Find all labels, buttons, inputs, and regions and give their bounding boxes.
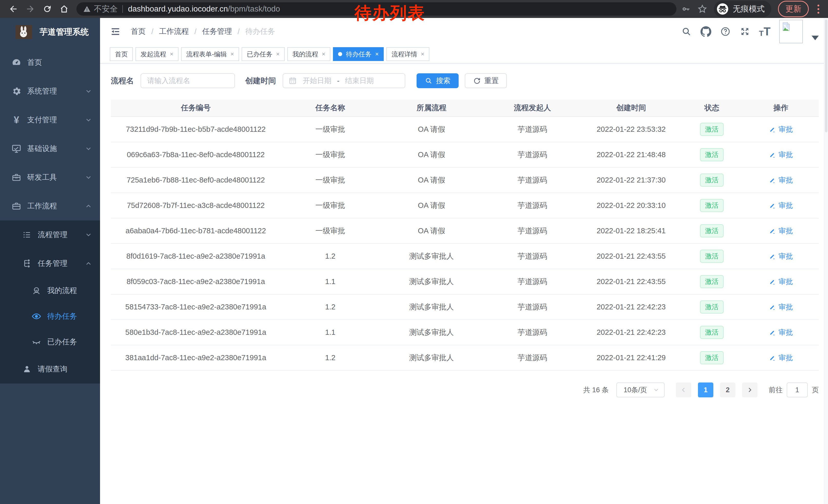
cell-task-name: 1.2 — [281, 345, 380, 370]
approve-button[interactable]: 审批 — [769, 251, 793, 261]
cell-task-name: 一级审批 — [281, 218, 380, 243]
cell-initiator: 芋道源码 — [483, 142, 582, 167]
tab-label: 流程表单-编辑 — [186, 50, 227, 58]
close-icon[interactable]: × — [170, 50, 173, 58]
breadcrumb-separator: / — [238, 28, 240, 36]
approve-button[interactable]: 审批 — [769, 125, 793, 134]
cell-task-name: 一级审批 — [281, 142, 380, 167]
approve-label: 审批 — [779, 251, 793, 261]
tab-process-form-edit[interactable]: 流程表单-编辑× — [181, 47, 239, 61]
cell-process: 测试多审批人 — [380, 269, 483, 294]
next-page-button[interactable] — [742, 382, 757, 397]
search-icon[interactable] — [681, 26, 692, 37]
sidebar-item-devtools[interactable]: 研发工具 — [0, 163, 100, 192]
fullscreen-icon[interactable] — [740, 26, 750, 37]
close-icon[interactable]: × — [276, 50, 280, 58]
approve-button[interactable]: 审批 — [769, 226, 793, 236]
sidebar-item-done-tasks[interactable]: 已办任务 — [0, 329, 100, 355]
reset-button-label: 重置 — [484, 76, 499, 86]
bookmark-star-icon[interactable] — [697, 4, 707, 14]
breadcrumb: 首页 / 工作流程 / 任务管理 / 待办任务 — [131, 27, 275, 37]
sidebar-item-task-management[interactable]: 任务管理 — [0, 249, 100, 278]
cell-initiator: 芋道源码 — [483, 218, 582, 243]
breadcrumb-item-home[interactable]: 首页 — [131, 27, 146, 37]
goto-page-input[interactable]: 1 — [787, 382, 808, 397]
approve-button[interactable]: 审批 — [769, 201, 793, 211]
breadcrumb-item-task-management[interactable]: 任务管理 — [202, 27, 232, 37]
tab-process-detail[interactable]: 流程详情× — [386, 47, 429, 61]
prev-page-button[interactable] — [676, 382, 691, 397]
home-icon[interactable] — [57, 2, 71, 16]
approve-button[interactable]: 审批 — [769, 277, 793, 287]
cell-initiator: 芋道源码 — [483, 269, 582, 294]
tab-todo-tasks[interactable]: 待办任务× — [333, 47, 384, 61]
breadcrumb-separator: / — [195, 28, 197, 36]
approve-button[interactable]: 审批 — [769, 328, 793, 337]
cell-created: 2022-01-22 18:25:41 — [581, 218, 680, 243]
cell-process: OA 请假 — [380, 117, 483, 142]
warning-icon[interactable] — [83, 5, 91, 13]
search-button[interactable]: 搜索 — [417, 73, 459, 88]
browser-menu-icon[interactable] — [816, 4, 821, 15]
goto-label: 前往 — [769, 385, 783, 395]
tab-start-process[interactable]: 发起流程× — [135, 47, 178, 61]
close-icon[interactable]: × — [375, 50, 379, 58]
page-button-2[interactable]: 2 — [720, 382, 735, 397]
sidebar-item-payment[interactable]: ¥ 支付管理 — [0, 106, 100, 134]
end-date-placeholder: 结束日期 — [345, 76, 374, 86]
close-icon[interactable]: × — [421, 50, 424, 58]
approve-button[interactable]: 审批 — [769, 353, 793, 363]
close-icon[interactable]: × — [322, 50, 325, 58]
security-label[interactable]: 不安全 — [94, 4, 118, 14]
breadcrumb-item-workflow[interactable]: 工作流程 — [159, 27, 189, 37]
back-icon[interactable] — [7, 2, 20, 16]
tab-my-process[interactable]: 我的流程× — [287, 47, 330, 61]
sidebar-item-process-management[interactable]: 流程管理 — [0, 221, 100, 249]
reset-button[interactable]: 重置 — [465, 73, 507, 88]
forward-icon[interactable] — [24, 2, 37, 16]
password-key-icon[interactable] — [681, 4, 691, 13]
sidebar-item-label: 基础设施 — [27, 144, 57, 154]
avatar-dropdown-caret[interactable] — [812, 36, 819, 40]
close-icon[interactable]: × — [230, 50, 234, 58]
table-row: 580e1b3d-7ac8-11ec-a9e2-a2380e71991a 1.1… — [111, 320, 819, 345]
approve-button[interactable]: 审批 — [769, 150, 793, 160]
process-name-input[interactable]: 请输入流程名 — [140, 73, 235, 88]
sidebar-item-system[interactable]: 系统管理 — [0, 77, 100, 106]
approve-label: 审批 — [779, 150, 793, 160]
tab-home[interactable]: 首页 — [110, 47, 133, 61]
cell-initiator: 芋道源码 — [483, 168, 582, 192]
approve-button[interactable]: 审批 — [769, 175, 793, 185]
collapse-sidebar-icon[interactable] — [110, 26, 121, 37]
cell-task-id: a6aba0a4-7b6d-11ec-b781-acde48001122 — [111, 218, 281, 243]
incognito-icon — [716, 3, 729, 15]
sidebar-item-todo-tasks[interactable]: 待办任务 — [0, 304, 100, 329]
update-button[interactable]: 更新 — [778, 1, 809, 17]
github-icon[interactable] — [701, 26, 711, 37]
page-button-1[interactable]: 1 — [698, 382, 713, 397]
date-range-input[interactable]: 开始日期 - 结束日期 — [283, 73, 405, 88]
chevron-down-icon — [85, 231, 92, 239]
tab-done-tasks[interactable]: 已办任务× — [242, 47, 285, 61]
app-logo-row[interactable]: 芋道管理系统 — [0, 18, 100, 46]
approve-button[interactable]: 审批 — [769, 302, 793, 312]
incognito-badge: 无痕模式 — [714, 1, 771, 17]
sidebar-item-infrastructure[interactable]: 基础设施 — [0, 134, 100, 163]
column-header: 任务编号 — [111, 99, 281, 117]
scrollbar[interactable] — [824, 18, 828, 504]
gear-icon — [11, 86, 22, 96]
sidebar-item-my-process[interactable]: 我的流程 — [0, 278, 100, 304]
sidebar-item-home[interactable]: 首页 — [0, 48, 100, 77]
sidebar-item-workflow[interactable]: 工作流程 — [0, 192, 100, 221]
scrollbar-thumb[interactable] — [825, 19, 827, 132]
font-size-icon[interactable]: TT — [759, 26, 771, 37]
avatar[interactable] — [779, 20, 803, 43]
help-icon[interactable] — [720, 26, 731, 37]
workflow-submenu: 流程管理 任务管理 我的流程 — [0, 221, 100, 383]
reload-icon[interactable] — [41, 2, 54, 16]
cell-created: 2022-01-21 22:42:23 — [581, 294, 680, 319]
sidebar-item-label: 系统管理 — [27, 86, 57, 96]
page-header: 首页 / 工作流程 / 任务管理 / 待办任务 — [100, 18, 828, 45]
page-size-select[interactable]: 10条/页 — [616, 382, 665, 397]
sidebar-item-leave-query[interactable]: 请假查询 — [0, 355, 100, 383]
